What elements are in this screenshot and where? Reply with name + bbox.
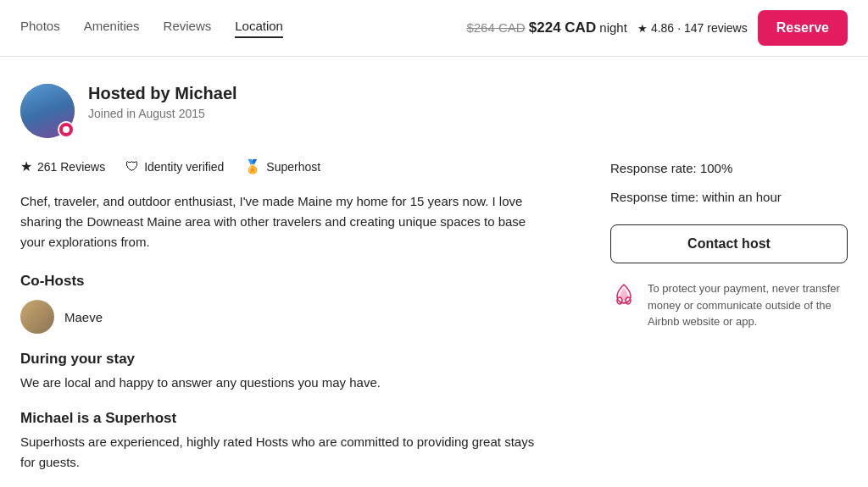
old-price: $264 CAD xyxy=(466,20,525,35)
shield-badge-icon: 🛡 xyxy=(125,159,139,174)
host-avatar-wrapper xyxy=(20,84,75,138)
cohost-item: Maeve xyxy=(20,300,542,334)
cohosts-section: Co-Hosts Maeve xyxy=(20,273,542,334)
during-stay-title: During your stay xyxy=(20,351,542,368)
rating-row: ★ 4.86 · 147 reviews xyxy=(637,21,748,35)
rating-value: 4.86 xyxy=(651,21,674,35)
reviews-badge-label: 261 Reviews xyxy=(37,160,105,174)
host-info: Hosted by Michael Joined in August 2015 xyxy=(88,84,237,120)
host-bio: Chef, traveler, and outdoor enthusiast, … xyxy=(20,191,542,252)
cohost-avatar xyxy=(20,300,54,334)
superhost-section-title: Michael is a Superhost xyxy=(20,410,542,427)
nav-amenities[interactable]: Amenities xyxy=(84,19,140,38)
safety-text: To protect your payment, never transfer … xyxy=(648,280,848,330)
superhost-badge-icon: 🏅 xyxy=(244,158,261,174)
superhost-section: Michael is a Superhost Superhosts are ex… xyxy=(20,410,542,473)
content-layout: ★ 261 Reviews 🛡 Identity verified 🏅 Supe… xyxy=(20,158,848,473)
during-stay-text: We are local and happy to answer any que… xyxy=(20,373,542,393)
rating-separator: · xyxy=(677,21,681,35)
review-count: 147 reviews xyxy=(684,21,748,35)
star-badge-icon: ★ xyxy=(20,158,32,174)
response-info: Response rate: 100% Response time: withi… xyxy=(610,158,848,208)
nav-location[interactable]: Location xyxy=(235,19,283,38)
identity-badge: 🛡 Identity verified xyxy=(125,158,224,174)
host-name: Hosted by Michael xyxy=(88,84,237,103)
cohosts-title: Co-Hosts xyxy=(20,273,542,290)
superhost-badge-indicator xyxy=(58,121,75,138)
nav-links: Photos Amenities Reviews Location xyxy=(20,19,283,38)
superhost-section-text: Superhosts are experienced, highly rated… xyxy=(20,432,542,473)
main-content: Hosted by Michael Joined in August 2015 … xyxy=(0,57,868,487)
price-block: $264 CAD $224 CAD night xyxy=(466,19,626,36)
safety-notice: To protect your payment, never transfer … xyxy=(610,280,848,330)
identity-badge-label: Identity verified xyxy=(144,160,224,174)
top-navigation: Photos Amenities Reviews Location $264 C… xyxy=(0,0,868,57)
nav-right: $264 CAD $224 CAD night ★ 4.86 · 147 rev… xyxy=(466,10,848,46)
response-time: Response time: within an hour xyxy=(610,187,848,208)
cohost-name: Maeve xyxy=(64,310,103,324)
right-column: Response rate: 100% Response time: withi… xyxy=(610,158,848,473)
host-joined: Joined in August 2015 xyxy=(88,107,237,120)
nav-reviews[interactable]: Reviews xyxy=(164,19,212,38)
response-rate: Response rate: 100% xyxy=(610,158,848,179)
nav-photos[interactable]: Photos xyxy=(20,19,60,38)
badges-row: ★ 261 Reviews 🛡 Identity verified 🏅 Supe… xyxy=(20,158,542,174)
current-price: $224 CAD xyxy=(529,19,596,36)
reserve-button[interactable]: Reserve xyxy=(758,10,848,46)
reviews-badge: ★ 261 Reviews xyxy=(20,158,105,174)
star-icon: ★ xyxy=(637,22,648,35)
during-stay-section: During your stay We are local and happy … xyxy=(20,351,542,393)
host-header: Hosted by Michael Joined in August 2015 xyxy=(20,84,848,138)
contact-host-button[interactable]: Contact host xyxy=(610,224,848,263)
left-column: ★ 261 Reviews 🛡 Identity verified 🏅 Supe… xyxy=(20,158,542,473)
airbnb-safety-icon xyxy=(610,282,637,309)
superhost-badge-item: 🏅 Superhost xyxy=(244,158,320,174)
per-night-label: night xyxy=(599,20,627,35)
superhost-badge-label: Superhost xyxy=(266,160,320,174)
